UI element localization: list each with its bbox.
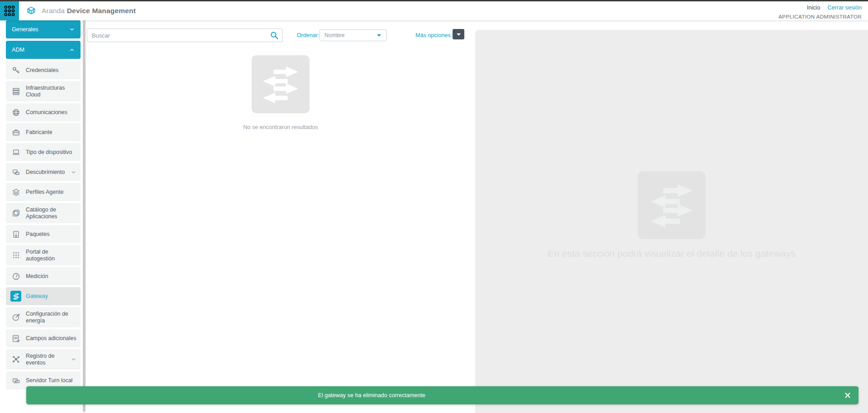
chevron-down-icon <box>71 169 76 175</box>
sort-select[interactable]: Nombre <box>320 29 386 41</box>
sidebar-group-adm[interactable]: ADM <box>6 41 81 59</box>
search-box <box>87 29 283 42</box>
list-empty-state: No se encontraron resultados <box>87 55 474 130</box>
laptop-icon <box>10 148 21 157</box>
sidebar-item-infraestructuras-cloud[interactable]: Infraestructuras Cloud <box>6 81 81 101</box>
key-icon <box>10 66 21 75</box>
chevron-down-icon <box>377 34 382 37</box>
grid-icon <box>3 5 16 17</box>
window-top-line <box>0 0 868 1</box>
chevron-down-icon <box>69 27 75 32</box>
user-role: APPLICATION ADMINISTRATOR <box>778 13 862 21</box>
sidebar-item-portal-de-autogestion[interactable]: Portal de autogestión <box>6 245 81 265</box>
detail-panel: En esta sección podrá visualizar el deta… <box>475 30 868 413</box>
search-icon[interactable] <box>270 31 279 40</box>
gateway-watermark-icon <box>638 171 706 239</box>
sidebar-item-catalogo-de-aplicaciones[interactable]: Catálogo de Aplicaciones <box>6 203 81 223</box>
sidebar: Generales ADM Credenciales Infraestructu… <box>0 20 87 413</box>
close-icon[interactable] <box>844 392 851 399</box>
sidebar-item-perfiles-agente[interactable]: Perfiles Agente <box>6 183 81 201</box>
app: { "header": { "brand_prefix": "Aranda", … <box>0 0 868 413</box>
sort-label: Ordenar: <box>297 29 320 42</box>
layers-icon <box>10 188 21 197</box>
sidebar-item-fabricante[interactable]: Fabricante <box>6 123 81 141</box>
aranda-logo-icon <box>25 5 37 17</box>
search-input[interactable] <box>87 29 270 42</box>
brand: Aranda Device Management <box>25 1 136 20</box>
chevron-down-icon <box>456 33 461 36</box>
chevron-up-icon <box>69 47 75 53</box>
power-plug-icon <box>10 313 21 322</box>
sidebar-group-generales[interactable]: Generales <box>6 20 81 38</box>
sidebar-item-configuracion-de-energia[interactable]: Configuración de energía <box>6 307 81 327</box>
sidebar-scrollbar[interactable] <box>83 7 86 412</box>
app-windows-icon <box>10 209 21 217</box>
sidebar-item-descubrimiento[interactable]: Descubrimiento <box>6 163 81 181</box>
form-fields-icon <box>10 334 21 343</box>
header: Aranda Device Management InicioCerrar se… <box>0 1 868 20</box>
app-title: Aranda Device Management <box>42 7 136 15</box>
grid-dots-icon <box>10 251 21 259</box>
globe-icon <box>10 108 21 117</box>
toast-message: El gateway se ha eliminado correctamente <box>318 386 425 404</box>
sidebar-item-credenciales[interactable]: Credenciales <box>6 61 81 79</box>
gauge-icon <box>10 272 21 281</box>
gateway-placeholder-icon <box>252 55 310 113</box>
group-label: Generales <box>12 26 38 33</box>
sidebar-items: Credenciales Infraestructuras Cloud Comu… <box>6 61 81 389</box>
chevron-down-icon <box>71 356 76 362</box>
sidebar-item-medicion[interactable]: Medición <box>6 267 81 285</box>
success-toast: El gateway se ha eliminado correctamente <box>26 386 858 404</box>
package-icon <box>10 230 21 239</box>
gateway-icon <box>10 291 21 302</box>
briefcase-icon <box>10 128 21 137</box>
more-options-label: Más opciones: <box>415 29 452 42</box>
sidebar-item-gateway[interactable]: Gateway <box>6 287 81 305</box>
sidebar-item-registro-de-eventos[interactable]: Registro de eventos <box>6 349 81 370</box>
sort-select-value: Nombre <box>324 32 344 38</box>
more-options-button[interactable] <box>453 29 464 39</box>
home-link[interactable]: Inicio <box>807 5 820 11</box>
sidebar-item-campos-adicionales[interactable]: Campos adicionales <box>6 329 81 347</box>
servers-icon <box>10 87 21 96</box>
group-label: ADM <box>12 47 24 53</box>
app-launcher-button[interactable] <box>0 1 19 20</box>
turn-server-icon <box>10 376 21 385</box>
sidebar-item-paquetes[interactable]: Paquetes <box>6 225 81 243</box>
empty-results-text: No se encontraron resultados <box>87 124 474 130</box>
logout-link[interactable]: Cerrar sesión <box>827 5 862 11</box>
devices-icon <box>10 168 21 177</box>
detail-placeholder-text: En esta sección podrá visualizar el deta… <box>475 248 868 259</box>
sidebar-item-comunicaciones[interactable]: Comunicaciones <box>6 103 81 121</box>
network-nodes-icon <box>10 355 21 364</box>
header-right: InicioCerrar sesión APPLICATION ADMINIST… <box>778 4 862 21</box>
sidebar-top-accent <box>6 21 70 23</box>
sidebar-item-tipo-de-dispositivo[interactable]: Tipo de dispositivo <box>6 143 81 161</box>
